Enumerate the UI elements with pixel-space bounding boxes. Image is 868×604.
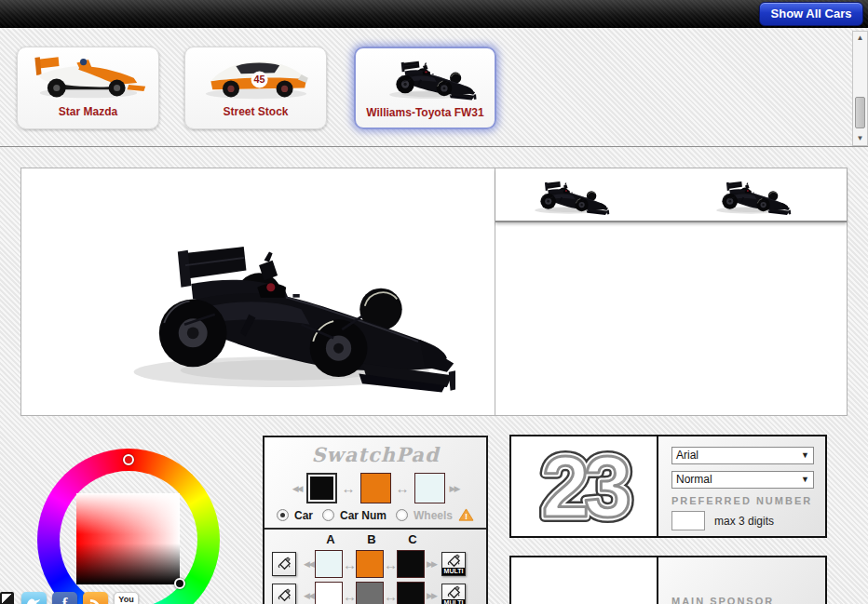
car-view-thumb-2[interactable] bbox=[694, 172, 801, 217]
preferred-number-input[interactable] bbox=[671, 511, 705, 530]
column-a-header: A bbox=[317, 532, 345, 546]
radio-car-label[interactable]: Car bbox=[294, 509, 313, 522]
step-right-icon[interactable]: ▶▶ bbox=[425, 559, 438, 569]
scrollbar-thumb[interactable] bbox=[855, 97, 865, 128]
multi-label: MULTI bbox=[442, 599, 465, 604]
scroll-up-button[interactable]: ▲ bbox=[853, 32, 867, 45]
social-bar: f You bbox=[0, 592, 144, 604]
paint-target-radios: Car Car Num Wheels bbox=[264, 508, 486, 522]
number-font-select[interactable]: Arial ▼ bbox=[671, 447, 814, 464]
radio-car-num-label[interactable]: Car Num bbox=[340, 509, 387, 522]
paint-shop-page: 45 ! bbox=[0, 0, 868, 604]
active-swatch-1[interactable] bbox=[306, 473, 337, 503]
swatch-row-1: ◀◀ ↔ ↔ ▶▶ MULTI bbox=[272, 550, 479, 578]
swap-icon[interactable]: ↔ bbox=[384, 588, 397, 604]
car-render-side-panel bbox=[495, 168, 847, 415]
radio-wheels-label: Wheels bbox=[414, 509, 453, 522]
car-card-label: Williams-Toyota FW31 bbox=[356, 106, 495, 119]
divider bbox=[264, 528, 486, 530]
top-bar: Show All Cars bbox=[0, 0, 868, 28]
number-style-select[interactable]: Normal ▼ bbox=[671, 471, 814, 489]
car-strip-scrollbar[interactable]: ▲ ▼ bbox=[852, 31, 868, 146]
main-sponsor-panel: SPONSOR MAIN SPONSOR bbox=[509, 556, 827, 604]
number-preview: 23 23 23 bbox=[511, 436, 658, 536]
swatch-column-headers: A B C bbox=[272, 532, 479, 546]
car-card-williams-toyota-fw31[interactable]: Williams-Toyota FW31 bbox=[354, 47, 496, 129]
hue-marker[interactable] bbox=[123, 454, 134, 465]
fw31-thumbnail bbox=[356, 48, 495, 104]
paint-bucket-multi-button[interactable]: MULTI bbox=[441, 584, 466, 604]
saturation-value-marker[interactable] bbox=[174, 578, 185, 589]
car-card-label: Street Stock bbox=[185, 105, 326, 118]
active-swatch-row: ◀◀ ↔ ↔ ▶▶ bbox=[264, 473, 486, 503]
star-mazda-thumbnail bbox=[18, 47, 158, 103]
rss-icon[interactable] bbox=[83, 592, 108, 604]
number-preview-text: 23 bbox=[542, 440, 629, 533]
dropdown-arrow-icon: ▼ bbox=[801, 448, 809, 463]
car-card-star-mazda[interactable]: Star Mazda bbox=[17, 47, 159, 129]
paint-bucket-button[interactable] bbox=[272, 552, 296, 576]
car-selector-strip: Star Mazda Street Stock Williams-Toyota … bbox=[0, 28, 868, 147]
street-stock-thumbnail bbox=[185, 47, 326, 103]
paint-bucket-multi-button[interactable]: MULTI bbox=[441, 552, 466, 576]
main-sponsor-label: MAIN SPONSOR bbox=[671, 596, 774, 604]
swatch-1c[interactable] bbox=[397, 550, 425, 578]
sponsor-preview[interactable]: SPONSOR bbox=[511, 557, 658, 604]
step-left-icon[interactable]: ◀◀ bbox=[302, 559, 315, 569]
swatchpad-title: SwatchPad bbox=[264, 443, 486, 466]
car-card-street-stock[interactable]: Street Stock bbox=[184, 47, 327, 129]
swap-icon[interactable]: ↔ bbox=[343, 557, 356, 572]
column-c-header: C bbox=[399, 532, 427, 546]
step-left-icon[interactable]: ◀◀ bbox=[292, 484, 302, 493]
swatch-row-2: ◀◀ ↔ ↔ ▶▶ MULTI bbox=[272, 582, 479, 604]
swatch-2b[interactable] bbox=[356, 582, 384, 604]
car-number-panel: 23 23 23 Arial ▼ Normal ▼ PREFERRED NUMB… bbox=[509, 435, 827, 538]
step-left-icon[interactable]: ◀◀ bbox=[302, 591, 315, 600]
car-render-main-view[interactable] bbox=[21, 168, 495, 415]
swatchpad-panel: SwatchPad ◀◀ ↔ ↔ ▶▶ Car Car Num Wheels bbox=[263, 436, 488, 604]
warning-icon bbox=[458, 508, 474, 522]
scroll-down-button[interactable]: ▼ bbox=[853, 132, 867, 145]
car-card-label: Star Mazda bbox=[18, 105, 158, 118]
swatch-1a[interactable] bbox=[315, 550, 343, 578]
swap-icon[interactable]: ↔ bbox=[384, 557, 397, 572]
car-view-thumbnails bbox=[495, 168, 847, 222]
swatch-2c[interactable] bbox=[397, 582, 425, 604]
max-digits-hint: max 3 digits bbox=[714, 515, 774, 528]
radio-car-num[interactable] bbox=[322, 509, 334, 521]
saturation-value-square[interactable] bbox=[76, 493, 180, 584]
number-controls: Arial ▼ Normal ▼ PREFERRED NUMBER max 3 … bbox=[658, 436, 825, 536]
car-view-thumb-1[interactable] bbox=[512, 172, 619, 217]
active-swatch-2[interactable] bbox=[360, 473, 391, 503]
active-swatch-3[interactable] bbox=[414, 473, 445, 503]
paint-bucket-button[interactable] bbox=[272, 584, 296, 604]
radio-wheels[interactable] bbox=[396, 509, 408, 521]
preferred-number-label: PREFERRED NUMBER bbox=[671, 495, 814, 506]
paint-preview-box bbox=[20, 168, 848, 416]
show-all-cars-button[interactable]: Show All Cars bbox=[759, 2, 863, 26]
column-b-header: B bbox=[358, 532, 386, 546]
swap-icon[interactable]: ↔ bbox=[396, 480, 410, 496]
facebook-icon[interactable]: f bbox=[52, 592, 77, 604]
multi-label: MULTI bbox=[442, 568, 465, 575]
step-right-icon[interactable]: ▶▶ bbox=[425, 591, 438, 600]
sponsor-controls: MAIN SPONSOR bbox=[658, 557, 825, 604]
step-right-icon[interactable]: ▶▶ bbox=[450, 484, 459, 493]
swatch-1b[interactable] bbox=[356, 550, 384, 578]
swap-icon[interactable]: ↔ bbox=[342, 480, 356, 496]
color-picker bbox=[37, 449, 220, 604]
radio-car[interactable] bbox=[277, 509, 289, 521]
swap-icon[interactable]: ↔ bbox=[343, 588, 356, 604]
share-icon[interactable] bbox=[0, 592, 14, 604]
youtube-icon[interactable]: You bbox=[114, 592, 139, 604]
swatch-2a[interactable] bbox=[315, 582, 343, 604]
twitter-icon[interactable] bbox=[21, 592, 47, 604]
dropdown-arrow-icon: ▼ bbox=[801, 472, 809, 488]
